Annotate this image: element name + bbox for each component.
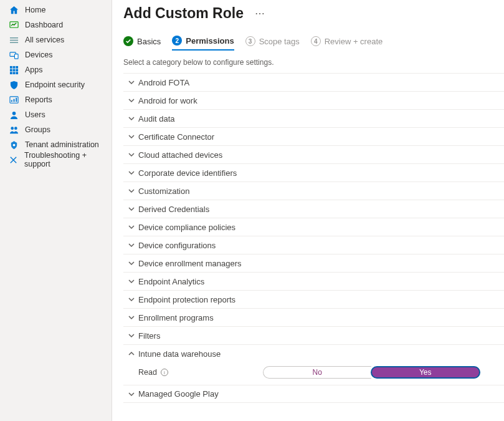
chevron-up-icon <box>125 351 138 357</box>
permission-row: ReadiNoYes <box>123 362 504 385</box>
category-row[interactable]: Enrollment programs <box>123 308 504 326</box>
reports-icon <box>9 95 19 105</box>
nav-label: Apps <box>25 65 43 74</box>
category-row[interactable]: Device compliance policies <box>123 218 504 236</box>
step-label: Permissions <box>186 36 234 46</box>
category-row[interactable]: Corporate device identifiers <box>123 163 504 181</box>
helper-text: Select a category below to configure set… <box>123 58 504 67</box>
user-icon <box>9 110 19 120</box>
page-title: Add Custom Role <box>123 5 244 22</box>
step-review[interactable]: 4 Review + create <box>311 36 383 50</box>
category-row[interactable]: Endpoint protection reports <box>123 290 504 308</box>
chevron-down-icon <box>125 206 138 212</box>
category-row[interactable]: Cloud attached devices <box>123 145 504 163</box>
chevron-down-icon <box>125 79 138 85</box>
category-row[interactable]: Intune data warehouse <box>123 344 504 362</box>
step-permissions[interactable]: 2 Permissions <box>172 36 234 51</box>
list-icon <box>9 35 19 45</box>
chevron-down-icon <box>125 242 138 248</box>
category-list: Android FOTAAndroid for workAudit dataCe… <box>123 73 504 403</box>
more-actions-button[interactable]: ⋯ <box>251 6 269 21</box>
nav-label: Tenant administration <box>25 140 99 149</box>
toggle-yes[interactable]: Yes <box>371 366 481 379</box>
chevron-down-icon <box>125 133 138 140</box>
svg-point-21 <box>14 127 17 130</box>
category-row[interactable]: Managed Google Play <box>123 385 504 403</box>
toggle-no[interactable]: No <box>263 366 371 379</box>
category-row[interactable]: Certificate Connector <box>123 127 504 145</box>
nav-label: Reports <box>25 95 52 104</box>
dashboard-icon <box>9 20 19 30</box>
nav-dashboard[interactable]: Dashboard <box>0 17 112 32</box>
svg-rect-7 <box>12 65 15 68</box>
nav-users[interactable]: Users <box>0 107 112 122</box>
permission-toggle: NoYes <box>263 366 481 379</box>
category-label: Device compliance policies <box>138 223 235 232</box>
nav-tenant-admin[interactable]: Tenant administration <box>0 137 112 152</box>
nav-label: Groups <box>25 125 50 134</box>
svg-rect-16 <box>11 100 12 102</box>
chevron-down-icon <box>125 332 138 339</box>
tenant-icon <box>9 140 19 150</box>
step-basics[interactable]: Basics <box>123 36 161 50</box>
nav-troubleshooting[interactable]: Troubleshooting + support <box>0 152 112 167</box>
nav-label: Users <box>25 110 45 119</box>
step-label: Basics <box>137 37 161 46</box>
svg-point-19 <box>12 111 16 115</box>
category-row[interactable]: Filters <box>123 326 504 344</box>
category-row[interactable]: Android FOTA <box>123 73 504 91</box>
step-number-badge: 2 <box>172 36 182 46</box>
category-label: Enrollment programs <box>138 313 214 322</box>
category-row[interactable]: Device enrollment managers <box>123 254 504 272</box>
devices-icon <box>9 50 19 60</box>
category-row[interactable]: Device configurations <box>123 236 504 254</box>
nav-label: Endpoint security <box>25 80 85 89</box>
svg-rect-17 <box>13 99 14 102</box>
nav-all-services[interactable]: All services <box>0 32 112 47</box>
nav-apps[interactable]: Apps <box>0 62 112 77</box>
chevron-down-icon <box>125 170 138 176</box>
category-label: Android FOTA <box>138 78 189 87</box>
step-label: Scope tags <box>259 37 300 46</box>
home-icon <box>9 5 19 15</box>
info-icon[interactable]: i <box>161 369 168 376</box>
nav-endpoint-security[interactable]: Endpoint security <box>0 77 112 92</box>
step-number-badge: 4 <box>311 36 321 46</box>
svg-rect-6 <box>9 65 12 68</box>
svg-point-20 <box>11 127 14 130</box>
category-label: Endpoint Analytics <box>138 277 204 286</box>
category-row[interactable]: Audit data <box>123 109 504 127</box>
permission-label: Readi <box>138 368 263 377</box>
category-label: Intune data warehouse <box>138 349 221 359</box>
category-label: Derived Credentials <box>138 205 209 214</box>
category-row[interactable]: Customization <box>123 181 504 200</box>
category-label: Endpoint protection reports <box>138 295 235 304</box>
step-scope-tags[interactable]: 3 Scope tags <box>245 36 300 50</box>
svg-rect-14 <box>16 72 18 74</box>
nav-devices[interactable]: Devices <box>0 47 112 62</box>
chevron-down-icon <box>125 314 138 321</box>
apps-icon <box>9 65 19 75</box>
main-content: Add Custom Role ⋯ Basics 2 Permissions 3… <box>112 0 504 421</box>
step-label: Review + create <box>325 37 383 46</box>
category-row[interactable]: Android for work <box>123 91 504 109</box>
category-label: Android for work <box>138 96 197 105</box>
chevron-down-icon <box>125 278 138 284</box>
svg-rect-18 <box>16 97 17 102</box>
category-label: Cloud attached devices <box>138 150 222 160</box>
category-row[interactable]: Endpoint Analytics <box>123 272 504 290</box>
category-row[interactable]: Derived Credentials <box>123 200 504 218</box>
svg-rect-5 <box>14 54 18 59</box>
nav-home[interactable]: Home <box>0 2 112 17</box>
nav-label: Dashboard <box>25 21 63 29</box>
category-label: Certificate Connector <box>138 132 214 142</box>
chevron-down-icon <box>125 97 138 104</box>
nav-groups[interactable]: Groups <box>0 122 112 137</box>
category-label: Filters <box>138 331 160 341</box>
category-label: Corporate device identifiers <box>138 168 237 178</box>
tools-icon <box>9 155 18 165</box>
category-label: Device enrollment managers <box>138 259 241 268</box>
chevron-down-icon <box>125 188 138 194</box>
nav-reports[interactable]: Reports <box>0 92 112 107</box>
svg-rect-12 <box>9 72 12 74</box>
